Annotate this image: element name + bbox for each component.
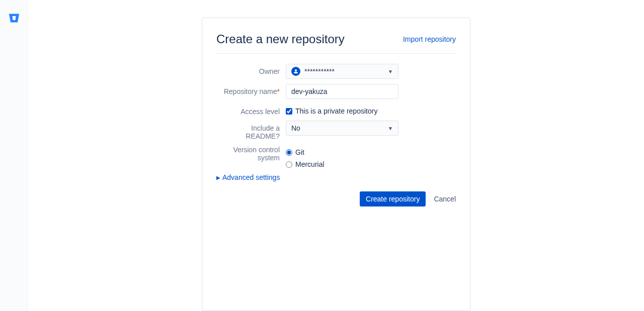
bitbucket-logo-icon[interactable] [8, 12, 20, 24]
access-level-label: Access level [216, 104, 286, 116]
owner-control: *********** ▼ [286, 64, 456, 79]
owner-select[interactable]: *********** ▼ [286, 64, 398, 79]
vcs-mercurial-radio[interactable] [286, 161, 292, 168]
repo-name-control [286, 84, 456, 99]
vcs-mercurial-row[interactable]: Mercurial [286, 160, 456, 168]
cancel-link[interactable]: Cancel [434, 195, 456, 203]
vcs-radio-group: Git Mercurial [286, 145, 456, 168]
access-level-control: This is a private repository [286, 104, 456, 116]
private-checkbox-label: This is a private repository [295, 107, 377, 115]
vcs-git-row[interactable]: Git [286, 148, 456, 156]
chevron-down-icon: ▼ [388, 126, 393, 131]
owner-value: *********** [304, 67, 335, 75]
readme-control: No ▼ [286, 121, 456, 140]
advanced-settings-toggle[interactable]: ▶ Advanced settings [216, 173, 456, 181]
repo-name-label: Repository name* [216, 84, 286, 99]
repository-name-input[interactable] [286, 84, 398, 99]
access-level-row: Access level This is a private repositor… [216, 104, 456, 116]
private-checkbox-row[interactable]: This is a private repository [286, 104, 456, 115]
readme-select[interactable]: No ▼ [286, 121, 398, 136]
chevron-down-icon: ▼ [388, 69, 393, 74]
readme-row: Include a README? No ▼ [216, 121, 456, 140]
vcs-row: Version control system Git Mercurial [216, 145, 456, 168]
create-repository-button[interactable]: Create repository [360, 191, 426, 206]
vcs-control: Git Mercurial [286, 145, 456, 168]
advanced-settings-label: Advanced settings [222, 173, 280, 181]
readme-label: Include a README? [216, 121, 286, 140]
main-content: Create a new repository Import repositor… [28, 0, 644, 311]
global-left-rail [0, 0, 28, 311]
page-title: Create a new repository [216, 32, 345, 46]
chevron-right-icon: ▶ [216, 175, 220, 180]
readme-value: No [291, 124, 300, 132]
vcs-git-label: Git [295, 148, 304, 156]
owner-row: Owner *********** ▼ [216, 64, 456, 79]
vcs-git-radio[interactable] [286, 149, 292, 156]
create-repo-panel: Create a new repository Import repositor… [202, 18, 470, 311]
owner-label: Owner [216, 64, 286, 79]
svg-point-0 [295, 69, 297, 71]
private-checkbox[interactable] [286, 108, 292, 115]
vcs-mercurial-label: Mercurial [295, 160, 325, 168]
owner-avatar-icon [291, 67, 300, 76]
panel-header: Create a new repository Import repositor… [216, 32, 456, 54]
repo-name-row: Repository name* [216, 84, 456, 99]
vcs-label: Version control system [216, 145, 286, 168]
import-repository-link[interactable]: Import repository [403, 35, 456, 43]
required-asterisk: * [277, 87, 280, 95]
form-actions: Create repository Cancel [216, 191, 456, 206]
